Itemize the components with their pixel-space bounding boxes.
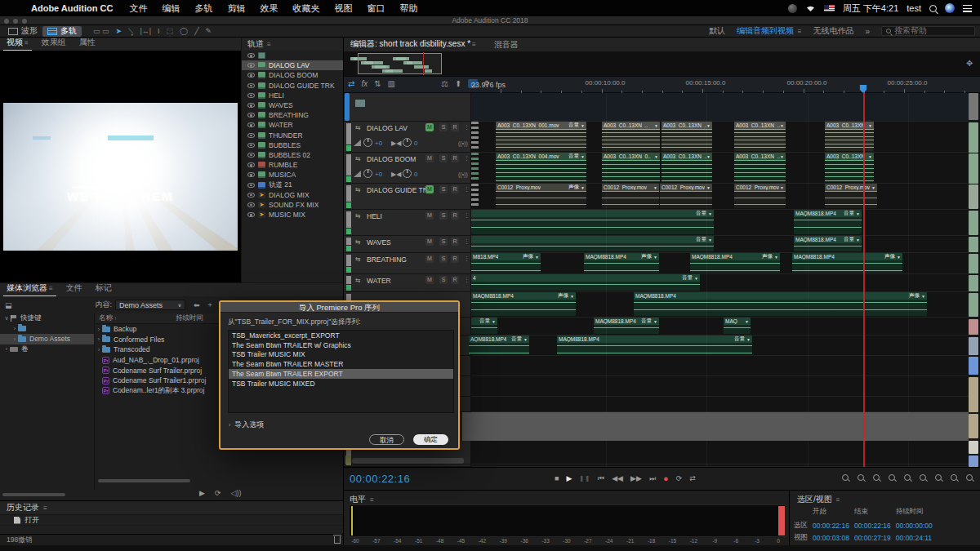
track-header[interactable] xyxy=(344,93,470,122)
level-meter[interactable] xyxy=(349,504,786,537)
audio-clip[interactable]: A003_C0..13XN_..▼ xyxy=(825,153,874,182)
audio-clip[interactable]: A003_C0..13XN_004.mov音量▼ xyxy=(496,153,586,182)
audio-clip[interactable]: MAQ_▼ xyxy=(724,318,751,334)
siri-icon[interactable] xyxy=(945,3,955,13)
visibility-eye-icon[interactable] xyxy=(247,193,255,198)
history-item-open[interactable]: 打开 xyxy=(0,515,347,526)
arm-button[interactable]: R xyxy=(451,154,459,162)
audio-clip[interactable]: A003_C0..13XN_..▼ xyxy=(662,153,712,182)
skew-icon[interactable]: ⚖ xyxy=(441,79,448,88)
content-dropdown[interactable]: Demo Assets∨ xyxy=(115,300,185,310)
menu-5[interactable]: 收藏夹 xyxy=(292,3,319,13)
menu-clock[interactable]: 周五 下午4:21 xyxy=(843,2,898,15)
menu-app-name[interactable]: Adobe Audition CC xyxy=(31,3,113,13)
workspace-edit-audio-video[interactable]: 编辑音频到视频 ≡ xyxy=(737,25,801,37)
track-header[interactable]: ⇆WATERMSR⋮ xyxy=(344,274,470,292)
visibility-eye-icon[interactable] xyxy=(247,212,255,217)
volume-knob[interactable] xyxy=(363,169,372,178)
audio-clip[interactable]: MAQM8818.MP4音量▼ xyxy=(794,236,862,251)
track-lane[interactable] xyxy=(471,397,969,412)
arm-button[interactable]: R xyxy=(451,185,459,193)
track-lane[interactable]: A003_C0..13XN_004.mov音量▼A003_C0..13XN_0.… xyxy=(471,153,969,184)
track-lane[interactable]: 音量▼MAQM8818.MP4音量▼ xyxy=(471,236,969,253)
razor-tool[interactable]: ⟍̟ xyxy=(128,27,133,36)
notification-center-icon[interactable] xyxy=(963,5,972,12)
solo-button[interactable]: S xyxy=(439,238,448,246)
clip-fragment[interactable] xyxy=(471,122,479,151)
minimize-window-button[interactable] xyxy=(13,19,18,24)
transport-rewind-button[interactable]: ◀◀ xyxy=(612,474,623,482)
tab-properties[interactable]: 属性 xyxy=(73,37,102,51)
track-lane[interactable] xyxy=(471,441,969,464)
audio-clip[interactable]: MAQM8818.MP4声像▼ xyxy=(792,253,902,273)
wifi-icon[interactable] xyxy=(805,4,816,12)
track-menu-icon[interactable]: ⋮ xyxy=(464,277,470,283)
volume-knob[interactable] xyxy=(363,138,372,147)
tab-markers[interactable]: 标记 xyxy=(89,282,118,296)
monitor-icon[interactable]: ((•)) xyxy=(458,171,468,177)
audio-clip[interactable]: MAQM8818.MP4声像▼ xyxy=(471,292,576,316)
visibility-eye-icon[interactable] xyxy=(247,122,255,127)
zoom-selection-button[interactable] xyxy=(903,473,911,482)
route-icon[interactable]: ⇅ xyxy=(374,79,381,88)
audio-clip[interactable]: C0012_Proxy.mov▼ xyxy=(825,184,877,208)
preview-play-button[interactable]: ▶ xyxy=(199,489,205,497)
audio-clip[interactable]: AQM8818.MP4音量▼ xyxy=(469,335,529,354)
slip-tool[interactable]: |↔| xyxy=(140,27,151,35)
add-shortcut-icon[interactable]: ⬓ xyxy=(5,301,12,309)
visibility-eye-icon[interactable] xyxy=(247,143,255,148)
visibility-eye-icon[interactable] xyxy=(247,73,255,78)
tab-mixer[interactable]: 混音器 xyxy=(494,39,519,51)
arm-button[interactable]: R xyxy=(451,123,459,131)
clip-fragment[interactable] xyxy=(471,184,479,208)
track-colorbar[interactable] xyxy=(969,93,978,467)
transport-record-button[interactable]: ● xyxy=(663,473,669,483)
mute-button[interactable]: M xyxy=(425,154,434,162)
solo-button[interactable]: S xyxy=(439,154,448,162)
track-lane[interactable]: 音量▼MAQM8818.MP4音量▼MAQ_▼ xyxy=(471,318,969,335)
track-list-row[interactable]: DIALOG BOOM xyxy=(242,70,347,80)
preview-volume-button[interactable]: ◁)) xyxy=(230,489,241,497)
tree-row[interactable]: ∨快捷键 xyxy=(0,313,94,324)
track-lane[interactable]: 4音量▼ xyxy=(471,274,969,292)
metronome-icon[interactable]: ▥ xyxy=(388,79,395,88)
audio-clip[interactable]: 音量▼ xyxy=(471,210,714,234)
audio-clip[interactable]: A003_C0..13XN_..▼ xyxy=(734,122,786,151)
menu-7[interactable]: 窗口 xyxy=(367,3,385,13)
language-flag-icon[interactable] xyxy=(824,5,835,11)
search-help-input[interactable]: 搜索帮助 xyxy=(881,26,975,36)
monitor-icon[interactable]: ((•)) xyxy=(458,140,468,146)
menu-4[interactable]: 效果 xyxy=(260,3,278,13)
import-options-toggle[interactable]: › 导入选项 xyxy=(229,420,264,430)
audio-clip[interactable]: C0012_Proxy.mov声像▼ xyxy=(496,184,586,208)
move-tool[interactable]: ➤ xyxy=(116,27,122,35)
visibility-eye-icon[interactable] xyxy=(247,93,255,98)
track-list-row[interactable]: WATER xyxy=(242,120,347,130)
track-list-row[interactable]: THUNDER xyxy=(242,131,347,140)
menu-1[interactable]: 编辑 xyxy=(162,3,180,13)
transport-skip-back-button[interactable]: ⏮ xyxy=(598,474,604,483)
visibility-eye-icon[interactable] xyxy=(247,183,255,188)
audio-clip[interactable]: 音量▼ xyxy=(471,236,714,251)
ok-button[interactable]: 确定 xyxy=(413,434,448,445)
audio-clip[interactable]: C0012_Proxy.mov▼ xyxy=(602,184,659,208)
track-menu-icon[interactable]: ⋮ xyxy=(464,186,470,193)
track-list-row[interactable] xyxy=(242,51,347,60)
audio-clip[interactable]: C0012_Proxy.mov▼ xyxy=(660,184,712,208)
track-menu-icon[interactable]: ⋮ xyxy=(464,212,470,219)
tab-files[interactable]: 文件 xyxy=(60,282,89,296)
track-list-row[interactable]: MUSICA xyxy=(242,170,347,180)
mute-button[interactable]: M xyxy=(425,211,434,220)
zoom-window-button[interactable] xyxy=(22,19,27,24)
pan-knob[interactable] xyxy=(403,169,412,178)
track-list-row[interactable]: BREATHING xyxy=(242,110,347,120)
visibility-eye-icon[interactable] xyxy=(247,162,255,167)
transport-skip-button[interactable]: ⇄ xyxy=(689,474,696,482)
track-list-row[interactable]: 轨道 21 xyxy=(242,180,347,189)
timecode-display[interactable]: 00:00:22:16 xyxy=(350,473,410,485)
audio-clip[interactable]: M818.MP4声像▼ xyxy=(471,253,541,273)
zoom-in-horizontal-button[interactable] xyxy=(872,473,880,482)
arm-button[interactable]: R xyxy=(451,211,459,220)
track-list-row[interactable]: HELI xyxy=(242,91,347,100)
sequence-item[interactable]: TSB_Mavericks_excerpt_EXPORT xyxy=(229,331,453,340)
